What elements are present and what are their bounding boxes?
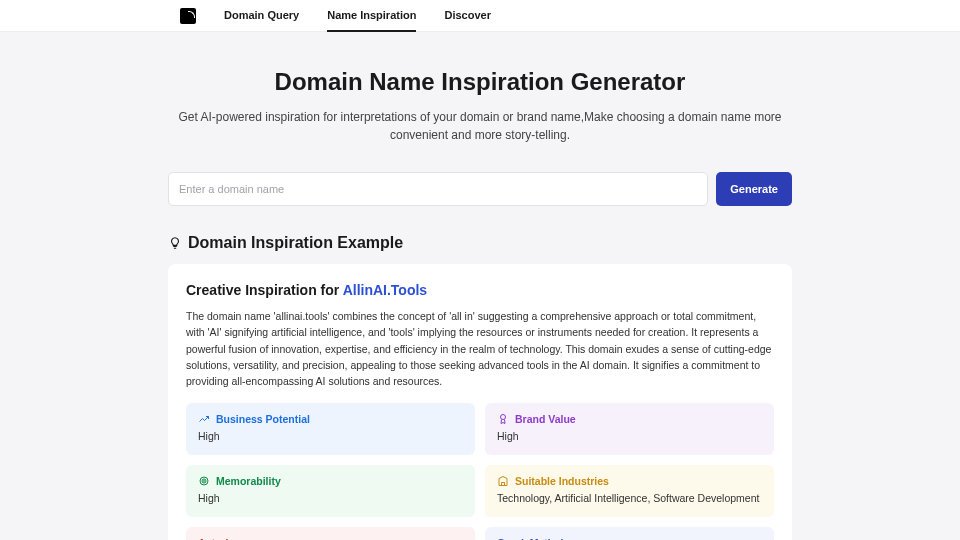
target-icon xyxy=(198,475,210,487)
brand-link[interactable]: AllinAI.Tools xyxy=(343,282,428,298)
example-card: Creative Inspiration for AllinAI.Tools T… xyxy=(168,264,792,540)
lightbulb-icon xyxy=(168,236,182,250)
metric-brand-value: Brand Value High xyxy=(485,403,774,455)
nav-name-inspiration[interactable]: Name Inspiration xyxy=(327,0,416,32)
page-subtitle: Get AI-powered inspiration for interpret… xyxy=(168,108,792,144)
metric-suitable-industries: Suitable Industries Technology, Artifici… xyxy=(485,465,774,517)
metric-greek-mythology: Greek Mythology In Greek mythology, 'all… xyxy=(485,527,774,540)
example-heading-text: Domain Inspiration Example xyxy=(188,234,403,252)
domain-input[interactable] xyxy=(168,172,708,206)
award-icon xyxy=(497,413,509,425)
metric-business-potential: Business Potential High xyxy=(186,403,475,455)
inspiration-description: The domain name 'allinai.tools' combines… xyxy=(186,308,774,389)
metric-memorability: Memorability High xyxy=(186,465,475,517)
top-nav: Domain Query Name Inspiration Discover xyxy=(0,0,960,32)
building-icon xyxy=(497,475,509,487)
inspiration-title: Creative Inspiration for AllinAI.Tools xyxy=(186,282,774,298)
metric-astrology: Astrology Under the influence of Mercury… xyxy=(186,527,475,540)
example-heading: Domain Inspiration Example xyxy=(168,234,792,252)
trend-up-icon xyxy=(198,413,210,425)
svg-point-0 xyxy=(501,415,506,420)
page-title: Domain Name Inspiration Generator xyxy=(168,68,792,96)
nav-domain-query[interactable]: Domain Query xyxy=(224,0,299,32)
logo[interactable] xyxy=(180,8,196,24)
search-row: Generate xyxy=(168,172,792,206)
generate-button[interactable]: Generate xyxy=(716,172,792,206)
nav-discover[interactable]: Discover xyxy=(444,0,490,32)
svg-point-3 xyxy=(204,481,205,482)
